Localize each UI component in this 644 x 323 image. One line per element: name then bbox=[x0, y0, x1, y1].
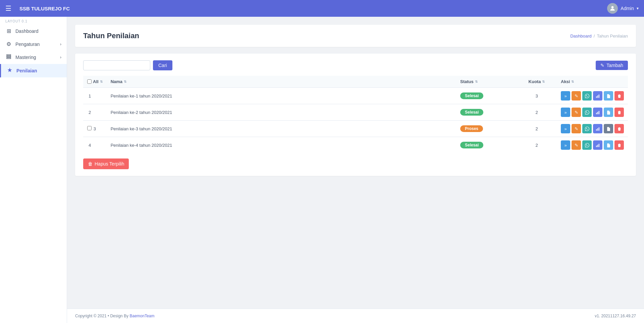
action-edit-button[interactable]: ✎ bbox=[572, 108, 581, 117]
action-chart-button[interactable] bbox=[593, 140, 602, 150]
page-header: Tahun Penilaian Dashboard / Tahun Penila… bbox=[75, 25, 636, 47]
all-checkbox-label[interactable]: All ⇅ bbox=[87, 79, 103, 84]
aksi-sort-icon: ⇅ bbox=[571, 80, 574, 83]
status-sort-icon: ⇅ bbox=[475, 80, 478, 83]
action-detail-button[interactable]: » bbox=[561, 124, 570, 133]
row-kuota: 2 bbox=[517, 121, 557, 137]
hamburger-icon[interactable]: ☰ bbox=[5, 4, 11, 12]
row-kuota: 2 bbox=[517, 104, 557, 121]
row-checkbox-cell: 2 bbox=[83, 104, 107, 121]
action-whatsapp-button[interactable] bbox=[582, 108, 592, 117]
admin-dropdown-icon[interactable]: ▾ bbox=[637, 6, 639, 11]
admin-label[interactable]: Admin bbox=[621, 6, 634, 11]
row-status: Selesai bbox=[456, 104, 517, 121]
search-button[interactable]: Cari bbox=[153, 60, 172, 70]
action-chart-button[interactable] bbox=[593, 91, 602, 101]
svg-point-0 bbox=[611, 6, 614, 8]
row-nama: Penilaian ke-3 tahun 2020/2021 bbox=[107, 121, 456, 137]
sidebar-item-mastering[interactable]: Mastering › bbox=[0, 51, 67, 64]
action-doc-button[interactable] bbox=[604, 91, 613, 101]
action-delete-button[interactable] bbox=[614, 91, 624, 101]
sidebar-item-penilaian[interactable]: Penilaian bbox=[0, 64, 67, 77]
action-detail-button[interactable]: » bbox=[561, 108, 570, 117]
breadcrumb-sep: / bbox=[594, 34, 595, 39]
action-doc-button[interactable] bbox=[604, 140, 613, 150]
all-checkbox[interactable] bbox=[87, 79, 92, 84]
footer-link[interactable]: BaemonTeam bbox=[129, 314, 154, 318]
action-whatsapp-button[interactable] bbox=[582, 124, 592, 133]
action-delete-button[interactable] bbox=[614, 108, 624, 117]
row-status: Proses bbox=[456, 121, 517, 137]
row-status: Selesai bbox=[456, 88, 517, 104]
action-delete-button[interactable] bbox=[614, 140, 624, 150]
search-bar: Cari ✎ Tambah bbox=[83, 60, 628, 70]
sidebar-item-dashboard[interactable]: ⊞ Dashboard bbox=[0, 24, 67, 38]
chevron-right-mastering-icon: › bbox=[60, 55, 61, 60]
breadcrumb-parent[interactable]: Dashboard bbox=[570, 34, 592, 39]
col-nama-label: Nama bbox=[111, 79, 122, 84]
main-card: Cari ✎ Tambah All ⇅ bbox=[75, 54, 636, 176]
all-label: All bbox=[93, 79, 99, 84]
sidebar-item-mastering-label: Mastering bbox=[15, 55, 36, 60]
hapus-terpilih-button[interactable]: 🗑 Hapus Terpilih bbox=[83, 158, 129, 169]
row-status: Selesai bbox=[456, 137, 517, 153]
action-doc-button[interactable] bbox=[604, 124, 613, 133]
col-aksi: Aksi ⇅ bbox=[561, 79, 574, 84]
sidebar-layout-label: LAYOUT 0.1 bbox=[0, 17, 67, 24]
col-nama: Nama ⇅ bbox=[111, 79, 126, 84]
action-chart-button[interactable] bbox=[593, 108, 602, 117]
action-edit-button[interactable]: ✎ bbox=[572, 140, 581, 150]
col-status-label: Status bbox=[460, 79, 474, 84]
action-whatsapp-button[interactable] bbox=[582, 91, 592, 101]
admin-avatar bbox=[607, 3, 618, 14]
row-nama: Penilaian ke-4 tahun 2020/2021 bbox=[107, 137, 456, 153]
row-kuota: 3 bbox=[517, 88, 557, 104]
svg-rect-11 bbox=[597, 128, 598, 130]
tambah-button[interactable]: ✎ Tambah bbox=[596, 61, 628, 70]
status-badge: Selesai bbox=[460, 92, 483, 99]
penilaian-icon bbox=[6, 67, 13, 74]
row-checkbox-cell: 4 bbox=[83, 137, 107, 153]
row-checkbox-cell: 1 bbox=[83, 88, 107, 104]
svg-rect-3 bbox=[7, 58, 11, 59]
dashboard-icon: ⊞ bbox=[5, 28, 12, 34]
action-detail-button[interactable]: » bbox=[561, 91, 570, 101]
action-edit-button[interactable]: ✎ bbox=[572, 124, 581, 133]
action-chart-button[interactable] bbox=[593, 124, 602, 133]
svg-rect-7 bbox=[596, 113, 597, 114]
row-nama: Penilaian ke-2 tahun 2020/2021 bbox=[107, 104, 456, 121]
row-num: 2 bbox=[89, 110, 91, 115]
sidebar-item-pengaturan[interactable]: ⚙ Pengaturan › bbox=[0, 38, 67, 51]
penilaian-table: All ⇅ Nama ⇅ Status bbox=[83, 76, 628, 153]
row-aksi: » ✎ bbox=[557, 88, 628, 104]
search-input[interactable] bbox=[83, 60, 150, 70]
col-kuota: Kuota ⇅ bbox=[529, 79, 545, 84]
row-num: 3 bbox=[94, 126, 96, 131]
action-detail-button[interactable]: » bbox=[561, 140, 570, 150]
gear-icon: ⚙ bbox=[5, 41, 12, 47]
sidebar-item-pengaturan-label: Pengaturan bbox=[15, 42, 40, 47]
action-edit-button[interactable]: ✎ bbox=[572, 91, 581, 101]
trash-icon: 🗑 bbox=[88, 161, 93, 167]
action-whatsapp-button[interactable] bbox=[582, 140, 592, 150]
svg-rect-6 bbox=[598, 94, 599, 98]
footer-copy-text: Copyright © 2021 • Design By bbox=[75, 314, 129, 318]
footer: Copyright © 2021 • Design By BaemonTeam … bbox=[67, 309, 644, 323]
col-status: Status ⇅ bbox=[460, 79, 478, 84]
svg-rect-14 bbox=[597, 144, 598, 147]
svg-rect-13 bbox=[596, 145, 597, 147]
action-doc-button[interactable] bbox=[604, 108, 613, 117]
row-checkbox[interactable] bbox=[87, 126, 92, 130]
svg-rect-8 bbox=[597, 112, 598, 114]
breadcrumb: Dashboard / Tahun Penilaian bbox=[570, 34, 628, 39]
svg-rect-4 bbox=[596, 96, 597, 98]
mastering-icon bbox=[5, 54, 12, 61]
svg-rect-5 bbox=[597, 95, 598, 98]
action-delete-button[interactable] bbox=[614, 124, 624, 133]
row-aksi: » ✎ bbox=[557, 121, 628, 137]
pencil-icon: ✎ bbox=[600, 63, 604, 68]
nama-sort-icon: ⇅ bbox=[124, 80, 126, 83]
footer-version: v1. 20211127.16.49.27 bbox=[595, 314, 636, 318]
footer-copy: Copyright © 2021 • Design By BaemonTeam bbox=[75, 314, 155, 318]
col-kuota-label: Kuota bbox=[529, 79, 541, 84]
